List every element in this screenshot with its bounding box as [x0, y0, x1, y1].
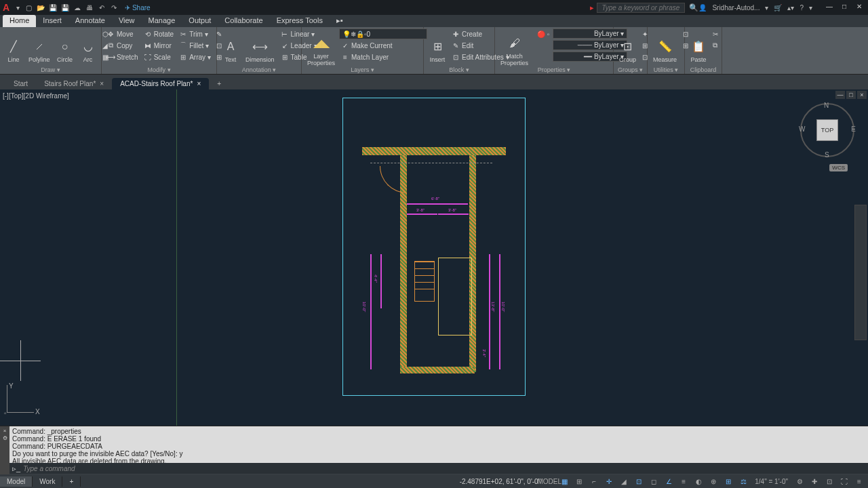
transparency-icon[interactable]: ◐ [692, 476, 705, 487]
panel-utilities-label[interactable]: Utilities ▾ [648, 66, 684, 73]
grid-icon[interactable]: ▦ [558, 476, 570, 487]
stretch-button[interactable]: ⟷Stretch [104, 52, 140, 62]
new-icon[interactable]: ▢ [23, 2, 34, 13]
trim-button[interactable]: ✂Trim ▾ [177, 28, 213, 39]
rec-icon: ▸ [590, 3, 594, 12]
scale-display[interactable]: 1/4" = 1'-0" [752, 476, 791, 487]
fillet-button[interactable]: ⌒Fillet ▾ [177, 40, 213, 51]
add-layout-button[interactable]: + [62, 476, 81, 487]
cycling-icon[interactable]: ⊕ [707, 476, 719, 487]
close-button[interactable]: ✕ [853, 3, 865, 12]
panel-annotation-label[interactable]: Annotation ▾ [217, 66, 301, 73]
rotate-button[interactable]: ⟲Rotate [142, 28, 176, 39]
document-tabs: Start Stairs Roof Plan* × ACAD-Stairs Ro… [0, 75, 868, 89]
tab-insert[interactable]: Insert [36, 15, 68, 27]
navigation-bar[interactable] [854, 205, 867, 340]
workspace-icon[interactable]: ⚙ [793, 476, 806, 487]
help-icon[interactable]: ? [800, 4, 804, 12]
search-input[interactable] [597, 3, 685, 13]
scale-button[interactable]: ⛶Scale [142, 52, 176, 62]
ribbon: ╱Line ⟋Polyline ○Circle ◡Arc ⬡ ◢ ▦ Draw … [0, 27, 868, 75]
color-control[interactable]: 🔴 ▫ [535, 28, 551, 39]
command-input[interactable]: ▹_ Type a command [9, 463, 868, 474]
redo-icon[interactable]: ↷ [108, 2, 119, 13]
cut-icon[interactable]: ✂ [711, 28, 720, 39]
minimize-button[interactable]: — [823, 3, 835, 12]
snap-icon[interactable]: ⊞ [573, 476, 585, 487]
command-window-handle[interactable]: ×⚙ [0, 426, 9, 475]
ortho-icon[interactable]: ⌐ [588, 476, 600, 487]
lineweight-icon[interactable]: ≡ [677, 476, 690, 487]
status-bar: Model Work + -2.48791E+02, 61'-0", 0'-0"… [0, 474, 868, 488]
tab-home[interactable]: Home [3, 15, 36, 27]
work-tab[interactable]: Work [33, 476, 62, 487]
osnap-icon[interactable]: ⊡ [633, 476, 645, 487]
wcs-badge[interactable]: WCS [829, 164, 848, 171]
tab-annotate[interactable]: Annotate [68, 15, 112, 27]
customize-icon[interactable]: ≡ [853, 476, 865, 487]
polar-icon[interactable]: ✛ [603, 476, 615, 487]
new-tab-button[interactable]: + [209, 78, 229, 89]
annotation-monitor-icon[interactable]: ✚ [808, 476, 821, 487]
panel-groups-label[interactable]: Groups ▾ [614, 66, 647, 73]
user-icon[interactable]: 👤 [698, 4, 707, 12]
vp-close[interactable]: × [857, 91, 867, 99]
save-icon[interactable]: 💾 [47, 2, 58, 13]
match-layer-button[interactable]: ≡Match Layer [339, 52, 427, 62]
share-link[interactable]: ✈ Share [125, 4, 150, 12]
view-cube[interactable]: TOP N S E W [800, 103, 854, 157]
drawing-canvas[interactable]: [-][Top][2D Wireframe] — □ × 6'-8" 3'-8" [0, 89, 868, 426]
tab-collaborate[interactable]: Collaborate [218, 15, 269, 27]
clean-screen-icon[interactable]: ⛶ [838, 476, 850, 487]
panel-draw-label[interactable]: Draw ▾ [0, 66, 101, 73]
panel-clipboard-label: Clipboard [685, 66, 722, 73]
tab-view[interactable]: View [112, 15, 142, 27]
undo-icon[interactable]: ↶ [96, 2, 107, 13]
viewcube-top[interactable]: TOP [816, 119, 838, 141]
model-tab[interactable]: Model [0, 476, 33, 487]
search-icon[interactable]: 🔍 [689, 3, 698, 12]
array-button[interactable]: ⊞Array ▾ [177, 52, 213, 62]
close-tab-icon[interactable]: × [100, 80, 104, 87]
panel-modify-label[interactable]: Modify ▾ [102, 66, 216, 73]
doc-tab-2[interactable]: ACAD-Stairs Roof Plan* × [112, 78, 209, 89]
panel-block-label[interactable]: Block ▾ [424, 66, 494, 73]
hardware-accel-icon[interactable]: ⊡ [823, 476, 835, 487]
tab-manage[interactable]: Manage [142, 15, 182, 27]
iso-icon[interactable]: ◢ [618, 476, 630, 487]
web-icon[interactable]: ☁ [72, 2, 83, 13]
viewport-controls[interactable]: [-][Top][2D Wireframe] [3, 92, 69, 100]
vp-maximize[interactable]: □ [846, 91, 856, 99]
app-switcher-icon[interactable]: ▴▾ [787, 4, 794, 12]
open-icon[interactable]: 📂 [35, 2, 46, 13]
3dosnap-icon[interactable]: ◻ [648, 476, 660, 487]
close-tab-icon[interactable]: × [197, 80, 201, 87]
mirror-button[interactable]: ⧓Mirror [142, 40, 176, 51]
copy-button[interactable]: ⧉Copy [104, 40, 140, 51]
annoscale-icon[interactable]: ⚖ [737, 476, 749, 487]
user-name[interactable]: Sridhar-Autod... [712, 4, 760, 12]
panel-properties-label[interactable]: Properties ▾ [495, 66, 613, 73]
otrack-icon[interactable]: ∠ [663, 476, 675, 487]
tab-express[interactable]: Express Tools [270, 15, 330, 27]
tab-featured[interactable]: ▸▪ [330, 15, 350, 27]
dynamic-input-icon[interactable]: ⊞ [722, 476, 734, 487]
copy-clip-icon[interactable]: ⧉ [711, 40, 720, 51]
command-history[interactable]: Command: _properties Command: E ERASE 1 … [9, 426, 868, 463]
move-button[interactable]: ✥Move [104, 28, 140, 39]
qat-dropdown[interactable]: ▾ [12, 2, 23, 13]
ucs-icon: Y X ▫ [7, 385, 41, 419]
model-space-button[interactable]: MODEL [543, 476, 555, 487]
vp-minimize[interactable]: — [835, 91, 845, 99]
layer-dropdown[interactable]: 💡❄🔒▫ 0 [339, 28, 427, 39]
cart-icon[interactable]: 🛒 [774, 4, 782, 12]
make-current-button[interactable]: ✓Make Current [339, 40, 427, 51]
viewport-frame: 6'-8" 3'-8" 3'-8" 10'-0" 4'-4" 13'-8" 10… [342, 98, 526, 396]
panel-layers-label[interactable]: Layers ▾ [302, 66, 423, 73]
maximize-button[interactable]: □ [838, 3, 850, 12]
saveas-icon[interactable]: 💾 [60, 2, 71, 13]
start-tab[interactable]: Start [5, 78, 36, 89]
doc-tab-1[interactable]: Stairs Roof Plan* × [36, 78, 112, 89]
plot-icon[interactable]: 🖶 [84, 2, 95, 13]
tab-output[interactable]: Output [182, 15, 218, 27]
